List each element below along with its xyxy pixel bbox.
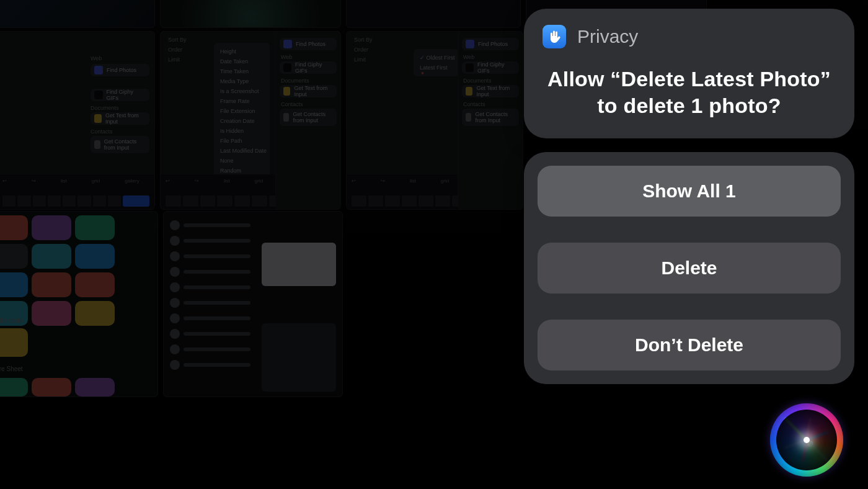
order-popover: Oldest First Latest First: [414, 49, 458, 76]
action-get-contacts: Get Contacts from Input: [91, 136, 149, 153]
action-find-photos: Find Photos: [280, 38, 337, 50]
giphy-icon: [466, 63, 474, 72]
text-icon: [283, 87, 290, 96]
keyboard-strip: ↩↪listgridgallery: [347, 174, 520, 209]
bg-shortcut-editor: Sort By Order Limit Height Date Taken Ti…: [160, 31, 340, 210]
contacts-icon: [94, 140, 100, 149]
section-label: Documents: [91, 105, 119, 111]
limit-label: Limit: [168, 56, 180, 63]
privacy-title: Privacy: [577, 26, 638, 47]
bg-shortcut-editor: Sort By Order Limit Oldest First Latest …: [346, 31, 521, 210]
section-label: Web: [91, 55, 102, 61]
action-get-text: Get Text from Input: [91, 112, 149, 125]
keyboard-strip: ↩↪listgridgallery: [161, 174, 339, 209]
text-icon: [94, 114, 102, 123]
delete-button[interactable]: Delete: [538, 243, 841, 294]
contacts-icon: [283, 113, 289, 122]
photos-icon: [466, 40, 474, 48]
privacy-card: Privacy Allow “Delete Latest Photo” to d…: [524, 9, 854, 138]
sort-popover: Height Date Taken Time Taken Media Type …: [214, 43, 270, 179]
action-get-contacts: Get Contacts from Input: [280, 109, 337, 126]
keyboard-strip: ↩↪listgridgallery: [0, 174, 154, 209]
bg-shortcut-editor-side: Find Photos Web Find Giphy GIFs Document…: [458, 31, 523, 210]
privacy-hand-icon: [542, 25, 566, 48]
contacts-icon: [466, 113, 471, 122]
privacy-message: Allow “Delete Latest Photo” to delete 1 …: [542, 66, 836, 119]
photos-icon: [283, 40, 292, 48]
action-get-text: Get Text from Input: [280, 85, 337, 97]
bg-window: [0, 0, 155, 28]
bg-messages-window: [163, 211, 343, 397]
photos-icon: [94, 66, 103, 74]
giphy-icon: [94, 91, 103, 99]
action-get-giphy: Find Giphy GIFs: [91, 89, 149, 101]
bg-window: [346, 0, 521, 28]
dont-delete-button[interactable]: Don’t Delete: [538, 320, 841, 370]
action-find-photos: Find Photos: [91, 64, 149, 76]
text-icon: [466, 87, 472, 96]
sort-by-label: Sort By: [168, 37, 187, 43]
bg-shortcuts-grid: All Shortcuts Share Sheet: [0, 211, 158, 397]
giphy-icon: [283, 63, 291, 72]
action-get-giphy: Find Giphy GIFs: [280, 61, 337, 74]
bg-window: [160, 0, 341, 28]
section-label: Contacts: [91, 128, 113, 135]
privacy-header: Privacy: [542, 25, 836, 48]
order-label: Order: [168, 47, 182, 53]
bg-shortcut-editor: Web Find Photos Find Giphy GIFs Document…: [0, 31, 155, 210]
siri-dialog-stack: Privacy Allow “Delete Latest Photo” to d…: [524, 9, 854, 384]
privacy-buttons-card: Show All 1 Delete Don’t Delete: [524, 152, 854, 384]
show-all-button[interactable]: Show All 1: [538, 166, 841, 217]
bg-shortcut-editor-side: Find Photos Web Find Giphy GIFs Document…: [275, 31, 341, 210]
siri-orb[interactable]: [770, 403, 843, 477]
